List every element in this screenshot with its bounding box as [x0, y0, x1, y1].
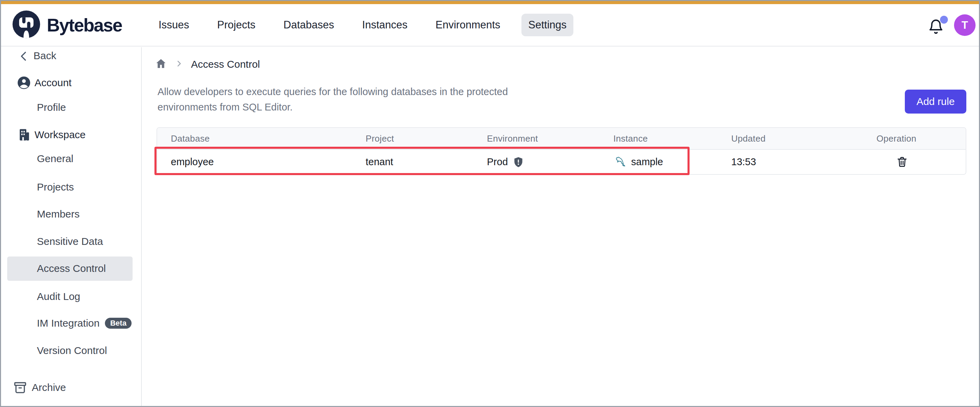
column-header-environment: Environment	[487, 133, 613, 144]
sidebar-heading-account: Account	[1, 72, 141, 94]
column-header-updated: Updated	[731, 133, 877, 144]
nav-environments[interactable]: Environments	[429, 14, 508, 36]
beta-badge: Beta	[105, 318, 132, 329]
cell-instance: sample	[613, 155, 731, 169]
sidebar-item-access-control[interactable]: Access Control	[1, 257, 141, 279]
breadcrumb-current: Access Control	[191, 59, 260, 70]
chevron-left-icon	[18, 49, 30, 62]
sidebar-item-general[interactable]: General	[1, 148, 141, 170]
access-rules-table: Database Project Environment Instance Up…	[156, 127, 966, 175]
cell-environment: Prod	[487, 156, 613, 168]
table-row[interactable]: employee tenant Prod sa	[157, 150, 966, 174]
sidebar-item-profile[interactable]: Profile	[1, 96, 141, 118]
add-rule-button[interactable]: Add rule	[905, 89, 966, 113]
cell-project: tenant	[366, 156, 487, 168]
column-header-instance: Instance	[613, 133, 731, 144]
notification-dot	[940, 16, 948, 24]
brand-logo[interactable]: Bytebase	[11, 4, 122, 46]
description-line-2: environments from SQL Editor.	[158, 99, 508, 115]
cell-database: employee	[157, 156, 366, 168]
trash-icon	[896, 155, 908, 168]
home-icon[interactable]	[155, 57, 167, 71]
sidebar-back-button[interactable]: Back	[1, 47, 141, 67]
column-header-operation: Operation	[877, 133, 966, 144]
environment-name: Prod	[487, 156, 508, 168]
column-header-database: Database	[157, 133, 366, 144]
top-navbar: Bytebase Issues Projects Databases Insta…	[1, 4, 979, 46]
settings-sidebar: Back Account Profile	[1, 47, 142, 406]
main-content: Access Control Allow developers to execu…	[143, 47, 978, 406]
table-header-row: Database Project Environment Instance Up…	[157, 128, 966, 150]
column-header-project: Project	[366, 133, 487, 144]
sidebar-item-audit-log[interactable]: Audit Log	[1, 286, 141, 308]
sidebar-item-projects[interactable]: Projects	[1, 176, 141, 198]
delete-rule-button[interactable]	[895, 155, 909, 169]
sidebar-item-archive[interactable]: Archive	[1, 377, 141, 399]
cell-operation	[877, 155, 966, 169]
top-accent-bar	[1, 1, 979, 4]
app-window: Bytebase Issues Projects Databases Insta…	[0, 0, 980, 407]
breadcrumb: Access Control	[155, 57, 260, 71]
user-avatar[interactable]: T	[954, 14, 975, 36]
cell-updated: 13:53	[731, 156, 877, 168]
bytebase-mascot-icon	[11, 9, 41, 41]
instance-name: sample	[631, 156, 663, 168]
brand-name: Bytebase	[47, 15, 122, 35]
user-circle-icon	[16, 75, 32, 91]
nav-instances[interactable]: Instances	[355, 14, 415, 36]
description-line-1: Allow developers to execute queries for …	[158, 84, 508, 99]
sidebar-heading-workspace: Workspace	[1, 124, 141, 146]
sidebar-item-version-control[interactable]: Version Control	[1, 340, 141, 362]
shield-exclamation-icon	[512, 156, 524, 168]
page-description: Allow developers to execute queries for …	[158, 84, 508, 115]
sidebar-item-members[interactable]: Members	[1, 203, 141, 225]
nav-issues[interactable]: Issues	[152, 14, 196, 36]
building-icon	[16, 127, 32, 143]
chevron-right-icon	[175, 59, 183, 69]
notification-bell-button[interactable]	[928, 16, 950, 38]
nav-projects[interactable]: Projects	[210, 14, 262, 36]
sidebar-item-im-integration[interactable]: IM Integration Beta	[1, 312, 141, 334]
nav-settings[interactable]: Settings	[522, 14, 573, 36]
mysql-dolphin-icon	[613, 155, 627, 169]
sidebar-item-sensitive-data[interactable]: Sensitive Data	[1, 230, 141, 252]
nav-databases[interactable]: Databases	[277, 14, 341, 36]
main-nav: Issues Projects Databases Instances Envi…	[152, 4, 573, 46]
archive-box-icon	[12, 380, 28, 395]
